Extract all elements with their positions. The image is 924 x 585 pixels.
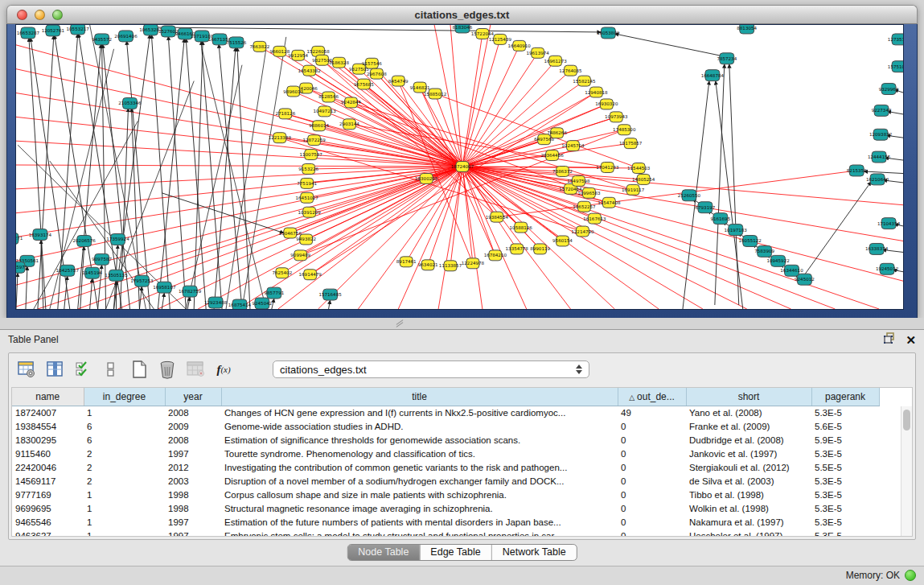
import-table-icon[interactable] (186, 360, 205, 379)
graph-node[interactable]: 9912954 (288, 50, 308, 60)
select-all-icon[interactable] (73, 360, 92, 379)
graph-node[interactable]: 9242844 (341, 97, 361, 108)
graph-node[interactable]: 9245012 (795, 274, 815, 285)
column-header-title[interactable]: title (221, 388, 618, 406)
graph-node[interactable]: 8990119 (530, 244, 550, 254)
graph-node[interactable]: 10588126 (510, 222, 533, 233)
graph-node[interactable]: 9227343 (872, 105, 892, 116)
network-canvas[interactable]: 7663822966012899129541522605893275081654… (15, 24, 904, 310)
graph-node[interactable]: 16543382 (298, 65, 321, 76)
graph-node[interactable]: 11133857 (439, 261, 462, 271)
graph-node[interactable]: 10245704 (561, 141, 585, 151)
graph-node[interactable]: 10973943 (605, 112, 628, 122)
graph-node[interactable]: 20691406 (114, 31, 138, 42)
new-file-icon[interactable] (129, 360, 149, 379)
graph-node[interactable]: 17104354 (877, 218, 901, 229)
split-divider[interactable] (0, 318, 924, 329)
column-header-out-de-[interactable]: △out_de... (618, 388, 686, 406)
graph-node[interactable]: 9097587 (92, 253, 112, 265)
graph-node[interactable]: 16653287 (17, 27, 40, 39)
table-row[interactable]: 946362711997Embryonic stem cells: a mode… (12, 529, 912, 537)
table-row[interactable]: 911546021997Tourette syndrome. Phenomeno… (12, 447, 912, 460)
graph-node[interactable]: 2718126 (275, 109, 295, 119)
graph-node[interactable]: 16338374 (865, 243, 889, 254)
graph-node[interactable]: 9660128 (269, 46, 290, 56)
function-icon[interactable]: f(x) (214, 360, 233, 379)
graph-node[interactable]: 12093832 (869, 129, 892, 140)
graph-node[interactable]: 16958107 (153, 282, 176, 293)
graph-node[interactable]: 12444155 (868, 151, 891, 163)
graph-node[interactable]: 21644271 (16, 233, 23, 245)
table-row[interactable]: 946554611997Estimation of the future num… (12, 515, 912, 529)
tab-edge-table[interactable]: Edge Table (420, 545, 491, 560)
table-row[interactable]: 969969511998Structural magnetic resonanc… (12, 501, 912, 515)
table-row[interactable]: 1456911722003Disruption of a novel membe… (12, 474, 912, 488)
graph-node[interactable]: 17359924 (106, 234, 129, 245)
graph-node[interactable]: 16919117 (622, 184, 645, 195)
column-header-pagerank[interactable]: pagerank (811, 388, 879, 406)
graph-node[interactable]: 20364456 (540, 150, 564, 161)
float-panel-icon[interactable] (883, 332, 896, 348)
graph-node[interactable]: 9329966 (879, 84, 899, 95)
graph-node[interactable]: 7583909 (754, 245, 774, 257)
graph-node[interactable]: 9435572 (92, 34, 112, 45)
graph-node[interactable]: 10553217 (67, 25, 90, 35)
graph-node[interactable]: 16914479 (299, 270, 322, 280)
table-row[interactable]: 1938455462009Genome-wide association stu… (12, 419, 912, 433)
graph-node[interactable]: 16055122 (739, 236, 762, 247)
graph-node[interactable]: 16053809 (597, 27, 620, 39)
graph-node[interactable]: 10197183 (725, 225, 748, 236)
table-selector-dropdown[interactable]: citations_edges.txt (273, 360, 589, 378)
graph-node[interactable]: 8183046 (453, 25, 473, 33)
graph-node[interactable]: 15716485 (318, 289, 342, 300)
graph-node[interactable]: 12224978 (462, 258, 485, 269)
graph-node[interactable]: 12764035 (559, 65, 582, 76)
graph-node[interactable]: 12940818 (585, 87, 608, 97)
graph-node[interactable]: 15751074 (888, 61, 903, 72)
graph-node[interactable]: 17041283 (596, 163, 619, 173)
graph-node[interactable]: 9857791 (264, 287, 284, 299)
graph-node[interactable]: 10945922 (766, 255, 789, 266)
network-graph[interactable]: 7663822966012899129541522605893275081654… (16, 25, 903, 309)
scrollbar-thumb[interactable] (903, 410, 910, 431)
table-columns-icon[interactable] (45, 360, 64, 379)
graph-node[interactable]: 11547408 (598, 197, 621, 208)
graph-node[interactable]: 16640910 (508, 40, 532, 51)
graph-node[interactable]: 16167613 (583, 213, 606, 224)
divider-grip-icon[interactable] (396, 320, 407, 327)
graph-node[interactable]: 8813054 (737, 25, 757, 34)
graph-node[interactable]: 13354778 (506, 244, 529, 254)
graph-node[interactable]: 19613974 (526, 47, 549, 58)
graph-node[interactable]: 12214790 (571, 226, 594, 237)
table-vertical-scrollbar[interactable] (901, 406, 912, 536)
graph-node[interactable]: 9153226 (298, 164, 318, 175)
tab-node-table[interactable]: Node Table (347, 545, 420, 560)
graph-node[interactable]: 9245042 (252, 298, 272, 309)
graph-node[interactable]: 9161695 (710, 213, 730, 225)
graph-node[interactable]: 6793197 (695, 202, 715, 213)
graph-node[interactable]: 15885012 (424, 89, 446, 99)
rows-icon[interactable] (101, 360, 121, 379)
graph-node[interactable]: 7515526 (227, 37, 247, 48)
graph-node[interactable]: 7751941 (297, 178, 317, 188)
graph-node[interactable]: 1145194 (82, 267, 102, 278)
memory-ok-icon[interactable] (905, 570, 916, 581)
graph-node[interactable]: 2903144 (339, 119, 359, 130)
close-panel-icon[interactable]: ✕ (906, 334, 916, 346)
graph-node[interactable]: 16875414 (228, 299, 252, 309)
graph-node[interactable]: 8215358 (847, 165, 867, 176)
graph-node[interactable]: 12735730 (888, 34, 903, 45)
graph-node[interactable]: 17957253 (130, 275, 154, 286)
table-settings-icon[interactable] (17, 360, 36, 379)
graph-node[interactable]: 12213383 (269, 133, 292, 143)
table-row[interactable]: 2242004622012Investigating the contribut… (12, 460, 912, 474)
graph-node[interactable]: 12923488 (204, 297, 228, 308)
graph-node[interactable]: 21053346 (118, 97, 142, 109)
graph-node[interactable]: 16782759 (179, 286, 202, 297)
graph-node[interactable]: 8917461 (396, 257, 417, 267)
table-row[interactable]: 1830029562008Estimation of significance … (12, 433, 912, 447)
window-titlebar[interactable]: citations_edges.txt (6, 5, 918, 24)
graph-node[interactable]: 11544503 (627, 163, 651, 174)
graph-node[interactable]: 7663822 (249, 41, 269, 51)
delete-icon[interactable] (158, 360, 177, 379)
